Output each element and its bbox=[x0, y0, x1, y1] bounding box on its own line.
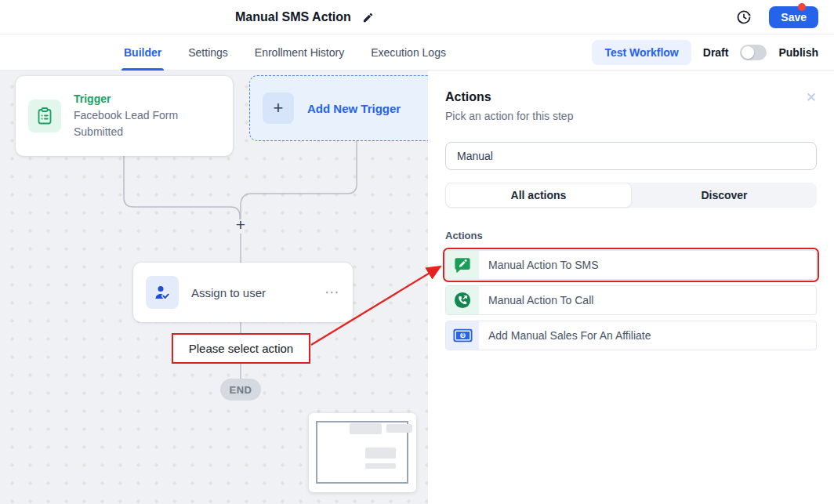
trigger-title: Facebook Lead Form Submitted bbox=[74, 107, 208, 140]
minimap-node bbox=[386, 424, 412, 433]
ellipsis-icon[interactable]: ⋯ bbox=[325, 288, 340, 296]
trigger-kicker: Trigger bbox=[74, 92, 208, 105]
tab-execution-logs[interactable]: Execution Logs bbox=[371, 34, 446, 71]
assign-node-label: Assign to user bbox=[191, 286, 312, 299]
tabbar-right: Test Workflow Draft Publish bbox=[592, 34, 818, 71]
save-notification-dot bbox=[798, 3, 806, 11]
actions-section-label: Actions bbox=[445, 230, 817, 241]
publish-label: Publish bbox=[778, 46, 818, 59]
title-wrap: Manual SMS Action bbox=[235, 0, 374, 34]
close-icon[interactable]: ✕ bbox=[806, 91, 817, 104]
main-area: Trigger Facebook Lead Form Submitted + A… bbox=[0, 71, 834, 504]
sms-pencil-icon bbox=[446, 251, 479, 279]
trigger-node[interactable]: Trigger Facebook Lead Form Submitted bbox=[16, 76, 233, 156]
tab-settings[interactable]: Settings bbox=[188, 34, 228, 71]
add-step-plus-icon[interactable]: + bbox=[232, 216, 249, 234]
trigger-text: Trigger Facebook Lead Form Submitted bbox=[74, 92, 208, 140]
workflow-minimap[interactable] bbox=[309, 413, 416, 492]
action-item-label: Add Manual Sales For An Affiliate bbox=[488, 329, 651, 342]
publish-toggle[interactable] bbox=[740, 45, 767, 60]
pencil-icon[interactable] bbox=[362, 12, 374, 24]
header: Manual SMS Action Save bbox=[0, 0, 834, 34]
header-actions: Save bbox=[736, 0, 818, 34]
segment-discover[interactable]: Discover bbox=[632, 183, 817, 208]
panel-subtitle: Pick an action for this step bbox=[445, 110, 817, 122]
segment-all-actions[interactable]: All actions bbox=[445, 183, 632, 208]
phone-outgoing-icon bbox=[446, 286, 479, 314]
plus-icon: + bbox=[263, 92, 294, 124]
page-title: Manual SMS Action bbox=[235, 10, 351, 24]
workflow-builder-app: Manual SMS Action Save Builder Settin bbox=[0, 0, 834, 504]
clipboard-icon bbox=[28, 100, 61, 132]
clock-history-icon[interactable] bbox=[736, 9, 752, 25]
annotation-note: Please select action bbox=[172, 333, 310, 364]
toggle-knob bbox=[742, 46, 754, 59]
action-item-label: Manual Action To SMS bbox=[488, 259, 599, 271]
end-node: END bbox=[220, 379, 261, 401]
test-workflow-button[interactable]: Test Workflow bbox=[592, 40, 691, 65]
minimap-node bbox=[350, 423, 382, 434]
svg-text:0: 0 bbox=[461, 332, 464, 338]
add-trigger-label: Add New Trigger bbox=[307, 102, 401, 115]
actions-panel: Actions ✕ Pick an action for this step A… bbox=[428, 71, 834, 504]
tab-bar: Builder Settings Enrollment History Exec… bbox=[0, 34, 834, 71]
action-item-label: Manual Action To Call bbox=[488, 294, 593, 306]
tab-builder[interactable]: Builder bbox=[124, 34, 161, 71]
action-search-input[interactable] bbox=[445, 142, 817, 170]
action-list: Manual Action To SMS Manual Action To Ca… bbox=[445, 250, 817, 350]
tab-enrollment-history[interactable]: Enrollment History bbox=[255, 34, 344, 71]
assign-to-user-node[interactable]: Assign to user ⋯ bbox=[133, 263, 353, 322]
actions-segmented-control: All actions Discover bbox=[445, 183, 817, 208]
action-item-affiliate-sale[interactable]: 0 Add Manual Sales For An Affiliate bbox=[445, 321, 817, 350]
draft-label: Draft bbox=[703, 46, 729, 59]
workflow-canvas[interactable]: Trigger Facebook Lead Form Submitted + A… bbox=[0, 71, 428, 504]
add-new-trigger-button[interactable]: + Add New Trigger bbox=[249, 75, 428, 141]
minimap-node bbox=[365, 448, 396, 459]
banknote-icon: 0 bbox=[446, 321, 479, 350]
panel-title: Actions bbox=[445, 90, 491, 104]
panel-header: Actions ✕ bbox=[445, 90, 817, 104]
user-check-icon bbox=[146, 276, 179, 309]
action-item-manual-call[interactable]: Manual Action To Call bbox=[445, 285, 817, 315]
action-item-manual-sms[interactable]: Manual Action To SMS bbox=[445, 250, 817, 280]
save-button[interactable]: Save bbox=[769, 6, 818, 28]
minimap-node bbox=[365, 463, 396, 469]
